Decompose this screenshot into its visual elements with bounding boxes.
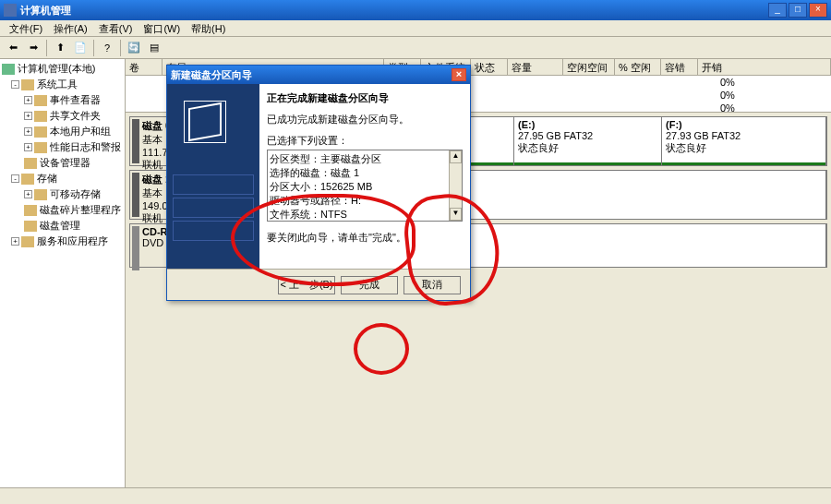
close-button[interactable]: ×: [809, 3, 827, 18]
wizard-selected-label: 已选择下列设置：: [267, 134, 463, 148]
wizard-heading: 正在完成新建磁盘分区向导: [267, 91, 463, 105]
tree-diskmgmt[interactable]: 磁盘管理: [2, 218, 123, 234]
tree-shared[interactable]: +共享文件夹: [2, 108, 123, 124]
up-button[interactable]: ⬆: [51, 39, 69, 57]
col-cap[interactable]: 容量: [508, 59, 563, 75]
toolbar: ⬅ ➡ ⬆ 📄 ? 🔄 ▤: [0, 37, 831, 59]
partition-e[interactable]: (E:) 27.95 GB FAT32 状态良好: [514, 117, 662, 165]
partition-f[interactable]: (F:) 27.93 GB FAT32 状态良好: [662, 117, 826, 165]
tree-devmgr[interactable]: 设备管理器: [2, 155, 123, 171]
wizard-icon: [184, 101, 226, 143]
menu-window[interactable]: 窗口(W): [138, 20, 186, 36]
tree-storage[interactable]: -存储: [2, 171, 123, 186]
summary-scrollbar[interactable]: ▲ ▼: [449, 150, 462, 221]
tree-eventviewer[interactable]: +事件查看器: [2, 92, 123, 108]
props-button[interactable]: 📄: [71, 39, 90, 57]
wizard-closing-text: 要关闭此向导，请单击"完成"。: [267, 231, 463, 245]
wizard-back-button[interactable]: < 上一步(B): [278, 276, 335, 294]
menu-action[interactable]: 操作(A): [48, 20, 93, 36]
wizard-finish-button[interactable]: 完成: [341, 276, 398, 294]
forward-button[interactable]: ➡: [24, 39, 42, 57]
tree-users[interactable]: +本地用户和组: [2, 124, 123, 139]
refresh-button[interactable]: 🔄: [125, 39, 143, 57]
col-free[interactable]: 空闲空间: [563, 59, 615, 75]
wizard-titlebar: 新建磁盘分区向导 ×: [167, 66, 470, 84]
menu-view[interactable]: 查看(V): [93, 20, 138, 36]
back-button[interactable]: ⬅: [4, 39, 22, 57]
wizard-footer: < 上一步(B) 完成 取消: [167, 269, 470, 300]
wizard-cancel-button[interactable]: 取消: [403, 276, 461, 294]
wizard-summary[interactable]: 分区类型：主要磁盘分区 选择的磁盘：磁盘 1 分区大小：152625 MB 驱动…: [267, 150, 463, 222]
statusbar: [0, 487, 831, 504]
wizard-close-button[interactable]: ×: [452, 68, 466, 81]
row-oh: 0%: [720, 90, 735, 101]
wizard-content: 正在完成新建磁盘分区向导 已成功完成新建磁盘分区向导。 已选择下列设置： 分区类…: [259, 84, 470, 269]
tree-root[interactable]: 计算机管理(本地): [2, 61, 123, 77]
tree-systools[interactable]: -系统工具: [2, 77, 123, 92]
window-title: 计算机管理: [20, 4, 768, 18]
col-status[interactable]: 状态: [471, 59, 508, 75]
col-ft[interactable]: 容错: [661, 59, 698, 75]
menubar: 文件(F) 操作(A) 查看(V) 窗口(W) 帮助(H): [0, 20, 831, 37]
maximize-button[interactable]: □: [789, 3, 807, 18]
list-button[interactable]: ▤: [145, 39, 163, 57]
main-titlebar: 计算机管理 _ □ ×: [0, 0, 831, 20]
nav-tree[interactable]: 计算机管理(本地) -系统工具 +事件查看器 +共享文件夹 +本地用户和组 +性…: [0, 59, 126, 504]
tree-services[interactable]: +服务和应用程序: [2, 234, 123, 249]
new-partition-wizard: 新建磁盘分区向导 × 正在完成新建磁盘分区向导 已成功完成新建磁盘分区向导。 已…: [166, 65, 471, 301]
tree-defrag[interactable]: 磁盘碎片整理程序: [2, 202, 123, 218]
app-icon: [4, 4, 17, 17]
wizard-sidebar: [167, 84, 259, 269]
wizard-done-text: 已成功完成新建磁盘分区向导。: [267, 113, 463, 126]
menu-file[interactable]: 文件(F): [4, 20, 48, 36]
menu-help[interactable]: 帮助(H): [186, 20, 231, 36]
tree-perf[interactable]: +性能日志和警报: [2, 139, 123, 155]
col-oh[interactable]: 开销: [698, 59, 831, 75]
tree-removable[interactable]: +可移动存储: [2, 186, 123, 202]
wizard-title: 新建磁盘分区向导: [171, 68, 252, 82]
help-button[interactable]: ?: [98, 39, 116, 57]
col-vol[interactable]: 卷: [126, 59, 163, 75]
row-oh: 0%: [720, 77, 735, 88]
col-pct[interactable]: % 空闲: [615, 59, 661, 75]
minimize-button[interactable]: _: [768, 3, 787, 18]
